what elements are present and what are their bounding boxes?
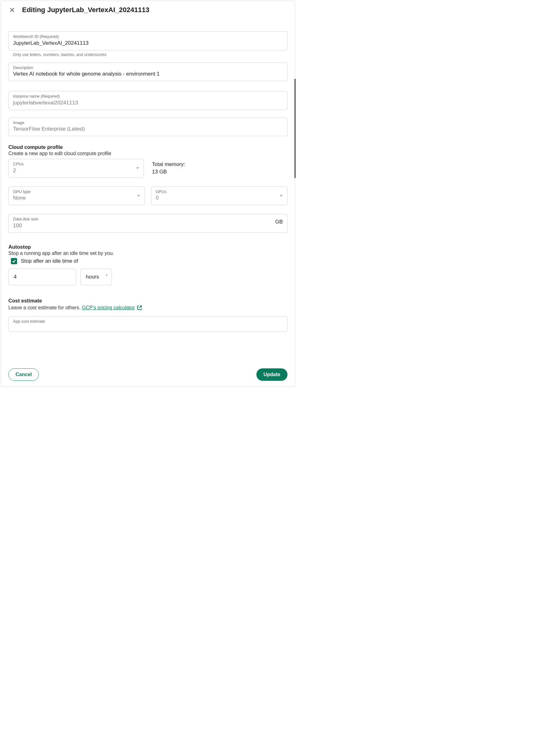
compute-sub: Create a new app to edit cloud compute p…	[8, 151, 287, 156]
workbench-id-helper: Only use letters, numbers, dashes, and u…	[8, 52, 287, 57]
instance-name-label: Instance name (Required)	[13, 94, 283, 99]
image-label: Image	[13, 120, 283, 125]
workbench-id-value: JupyterLab_VertexAI_20241113	[13, 40, 283, 47]
autostop-heading: Autostop	[8, 244, 287, 250]
autostop-section: Autostop Stop a running app after an idl…	[8, 242, 287, 285]
chevron-down-icon	[105, 274, 108, 276]
memory-block: Total memory: 13 GB	[150, 159, 287, 178]
chevron-down-icon	[280, 195, 283, 197]
description-field[interactable]: Description Vertex AI notebook for whole…	[8, 62, 287, 81]
chevron-down-icon	[136, 167, 139, 169]
cpus-label: CPUs	[13, 162, 139, 167]
gpu-type-select[interactable]: GPU type None	[8, 187, 145, 205]
description-value: Vertex AI notebook for whole genome anal…	[13, 71, 283, 78]
autostop-check-label: Stop after an idle time of	[21, 258, 78, 264]
edit-panel: Editing JupyterLab_VertexAI_20241113 Wor…	[1, 1, 295, 387]
scrollbar-thumb[interactable]	[294, 79, 296, 178]
panel-header: Editing JupyterLab_VertexAI_20241113	[1, 1, 295, 17]
cost-estimate-field[interactable]: App cost estimate	[8, 316, 287, 332]
cost-sub-row: Leave a cost estimate for others. GCP's …	[8, 305, 287, 311]
autostop-check-row: Stop after an idle time of	[8, 258, 287, 264]
data-disk-value: 100	[13, 222, 283, 229]
gpus-value: 0	[156, 195, 283, 202]
instance-name-value: jupyterlabvertexai20241113	[13, 99, 283, 107]
cost-heading: Cost estimate	[8, 298, 287, 304]
workbench-id-label: Workbench ID (Required)	[13, 34, 283, 39]
check-icon	[12, 259, 16, 263]
autostop-value-input[interactable]: 4	[8, 269, 76, 285]
close-icon[interactable]	[8, 6, 16, 14]
autostop-unit-value: hours	[86, 274, 99, 280]
instance-name-field[interactable]: Instance name (Required) jupyterlabverte…	[8, 91, 287, 110]
compute-section: Cloud compute profile Create a new app t…	[8, 142, 287, 233]
update-button[interactable]: Update	[256, 368, 287, 381]
autostop-checkbox[interactable]	[11, 258, 17, 264]
cost-estimate-label: App cost estimate	[13, 319, 283, 324]
gpus-label: GPUs	[156, 189, 283, 194]
autostop-sub: Stop a running app after an idle time se…	[8, 251, 287, 256]
memory-label: Total memory:	[152, 161, 287, 168]
data-disk-label: Data disk size	[13, 217, 283, 222]
cpus-value: 2	[13, 167, 139, 174]
gpu-type-label: GPU type	[13, 189, 140, 194]
external-link-icon	[137, 305, 142, 311]
memory-value: 13 GB	[152, 169, 287, 175]
compute-heading: Cloud compute profile	[8, 144, 287, 150]
panel-title: Editing JupyterLab_VertexAI_20241113	[22, 6, 149, 14]
cpus-select[interactable]: CPUs 2	[8, 159, 144, 178]
panel-footer: Cancel Update	[1, 364, 295, 386]
svg-line-2	[139, 306, 141, 308]
image-field[interactable]: Image TensorFlow Enterprise (Latest)	[8, 118, 287, 136]
panel-content: Workbench ID (Required) JupyterLab_Verte…	[1, 17, 295, 332]
autostop-unit-select[interactable]: hours	[80, 269, 112, 285]
pricing-calculator-link-text: GCP's pricing calculator	[82, 305, 135, 311]
data-disk-unit: GB	[275, 219, 283, 225]
description-label: Description	[13, 65, 283, 70]
data-disk-field[interactable]: Data disk size 100 GB	[8, 214, 287, 233]
gpus-select[interactable]: GPUs 0	[151, 187, 287, 205]
workbench-id-field[interactable]: Workbench ID (Required) JupyterLab_Verte…	[8, 31, 287, 50]
workbench-id-group: Workbench ID (Required) JupyterLab_Verte…	[8, 31, 287, 57]
cost-prefix: Leave a cost estimate for others.	[8, 305, 82, 310]
gpu-type-value: None	[13, 195, 140, 202]
pricing-calculator-link[interactable]: GCP's pricing calculator	[82, 305, 142, 311]
chevron-down-icon	[137, 195, 140, 197]
image-value: TensorFlow Enterprise (Latest)	[13, 126, 283, 133]
cancel-button[interactable]: Cancel	[8, 368, 39, 381]
cost-section: Cost estimate Leave a cost estimate for …	[8, 295, 287, 332]
